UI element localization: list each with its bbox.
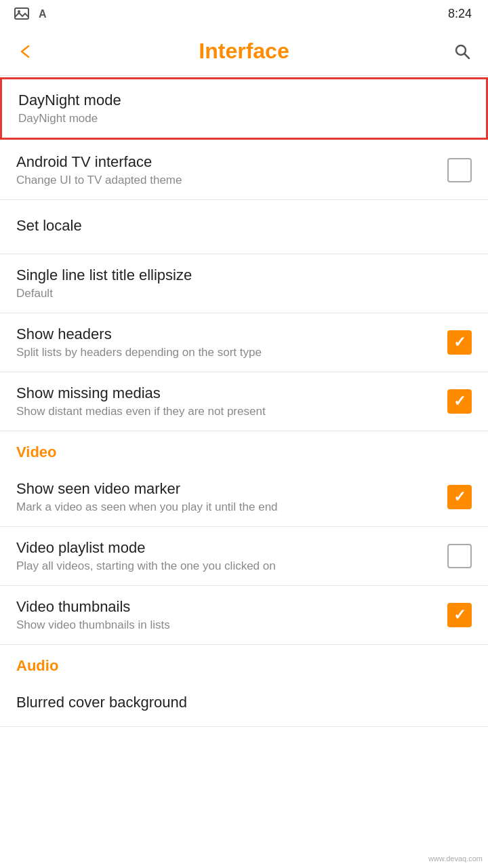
- svg-line-4: [464, 54, 469, 58]
- search-button[interactable]: [447, 37, 477, 66]
- setting-item-text: Show seen video marker Mark a video as s…: [16, 480, 436, 514]
- setting-subtitle: Default: [16, 287, 472, 300]
- setting-item-text: Single line list title ellipsize Default: [16, 267, 472, 300]
- setting-item-video-thumbnails[interactable]: Video thumbnails Show video thumbnails i…: [0, 586, 488, 645]
- video-playlist-checkbox[interactable]: [447, 544, 472, 568]
- setting-title: Video playlist mode: [16, 539, 436, 557]
- setting-subtitle: Split lists by headers depending on the …: [16, 346, 436, 359]
- video-section-header: Video: [0, 431, 488, 468]
- setting-subtitle: Mark a video as seen when you play it un…: [16, 500, 436, 514]
- status-bar: A 8:24: [0, 0, 488, 27]
- svg-text:A: A: [39, 8, 47, 20]
- android-tv-checkbox[interactable]: [447, 158, 472, 182]
- setting-item-show-seen-video[interactable]: Show seen video marker Mark a video as s…: [0, 468, 488, 527]
- show-seen-video-checkbox[interactable]: [447, 485, 472, 509]
- setting-item-daynight-mode[interactable]: DayNight mode DayNight mode: [0, 77, 488, 140]
- video-section-title: Video: [16, 443, 57, 460]
- page-title: Interface: [199, 39, 289, 64]
- setting-item-text: Show missing medias Show distant medias …: [16, 384, 436, 418]
- image-icon: [14, 7, 30, 20]
- setting-title: Set locale: [16, 217, 472, 235]
- setting-item-show-headers[interactable]: Show headers Split lists by headers depe…: [0, 313, 488, 372]
- setting-title: Video thumbnails: [16, 598, 436, 616]
- setting-title: Show seen video marker: [16, 480, 436, 498]
- settings-list: DayNight mode DayNight mode Android TV i…: [0, 77, 488, 727]
- toolbar: Interface: [0, 27, 488, 76]
- setting-item-text: Video thumbnails Show video thumbnails i…: [16, 598, 436, 632]
- setting-item-text: DayNight mode DayNight mode: [18, 92, 470, 125]
- status-time: 8:24: [448, 7, 472, 21]
- font-icon: A: [37, 7, 53, 20]
- setting-title: DayNight mode: [18, 92, 470, 109]
- audio-section-title: Audio: [16, 657, 58, 674]
- watermark: www.devaq.com: [428, 854, 483, 863]
- setting-title: Show missing medias: [16, 384, 436, 402]
- setting-title: Show headers: [16, 326, 436, 343]
- setting-item-blurred-cover[interactable]: Blurred cover background: [0, 682, 488, 727]
- setting-item-text: Show headers Split lists by headers depe…: [16, 326, 436, 359]
- setting-title: Blurred cover background: [16, 694, 472, 711]
- setting-item-show-missing-medias[interactable]: Show missing medias Show distant medias …: [0, 372, 488, 431]
- setting-item-text: Set locale: [16, 217, 472, 237]
- setting-title: Single line list title ellipsize: [16, 267, 472, 284]
- setting-item-video-playlist[interactable]: Video playlist mode Play all videos, sta…: [0, 527, 488, 586]
- setting-item-single-line[interactable]: Single line list title ellipsize Default: [0, 254, 488, 313]
- setting-subtitle: Show distant medias even if they are not…: [16, 405, 436, 418]
- setting-item-android-tv[interactable]: Android TV interface Change UI to TV ada…: [0, 141, 488, 200]
- setting-subtitle: Change UI to TV adapted theme: [16, 174, 436, 187]
- show-headers-checkbox[interactable]: [447, 330, 472, 355]
- show-missing-medias-checkbox[interactable]: [447, 389, 472, 414]
- setting-subtitle: DayNight mode: [18, 112, 470, 125]
- setting-title: Android TV interface: [16, 153, 436, 171]
- setting-subtitle: Show video thumbnails in lists: [16, 618, 436, 632]
- setting-item-text: Android TV interface Change UI to TV ada…: [16, 153, 436, 187]
- audio-section-header: Audio: [0, 645, 488, 682]
- setting-item-text: Blurred cover background: [16, 694, 472, 714]
- setting-item-text: Video playlist mode Play all videos, sta…: [16, 539, 436, 573]
- video-thumbnails-checkbox[interactable]: [447, 603, 472, 627]
- back-button[interactable]: [11, 37, 41, 66]
- svg-rect-0: [15, 8, 28, 19]
- status-bar-left: A: [14, 7, 53, 20]
- setting-subtitle: Play all videos, starting with the one y…: [16, 559, 436, 573]
- setting-item-set-locale[interactable]: Set locale: [0, 200, 488, 254]
